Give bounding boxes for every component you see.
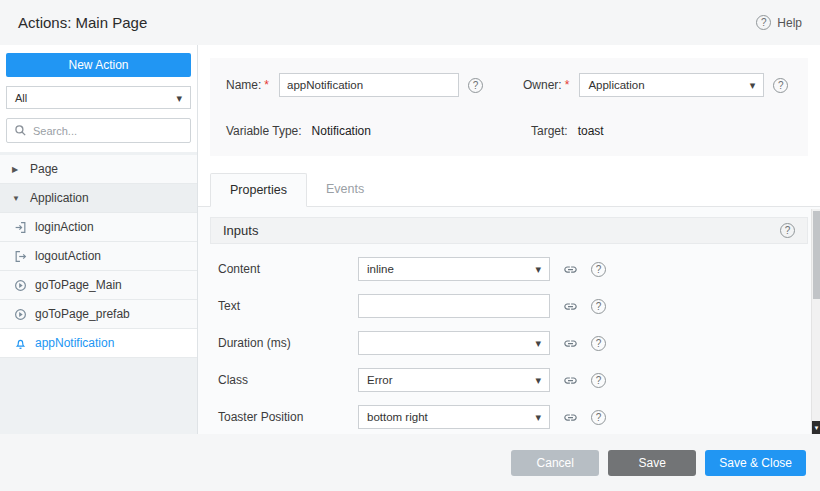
class-select[interactable]: Error: [358, 368, 550, 392]
tree-item-appnotification[interactable]: appNotification: [0, 329, 197, 358]
bind-variable-icon[interactable]: [563, 299, 578, 314]
chevron-down-icon: [535, 411, 541, 423]
bind-variable-icon[interactable]: [563, 262, 578, 277]
bind-variable-icon[interactable]: [563, 410, 578, 425]
name-owner-row: Name: * Owner: * Application: [226, 73, 792, 97]
actions-tree: Page Application loginAction logout: [0, 155, 197, 358]
tab-properties[interactable]: Properties: [210, 173, 307, 207]
tree-item-gotopage-prefab[interactable]: goToPage_prefab: [0, 300, 197, 329]
required-marker: *: [565, 78, 570, 92]
properties-pane: Inputs Content inline Text: [198, 207, 820, 434]
detail-tabs: Properties Events: [198, 173, 820, 207]
page-title: Actions: Main Page: [18, 14, 147, 31]
select-value: bottom right: [367, 411, 428, 423]
help-icon[interactable]: [591, 299, 606, 314]
field-label: Duration (ms): [218, 336, 358, 350]
input-row-duration: Duration (ms): [210, 331, 808, 355]
action-detail-panel: Name: * Owner: * Application: [198, 45, 820, 434]
tree-item-label: Application: [30, 191, 89, 205]
target-label: Target:: [531, 124, 568, 138]
input-row-content: Content inline: [210, 257, 808, 281]
text-input[interactable]: [358, 294, 550, 318]
sidebar-controls: New Action All: [0, 45, 197, 152]
cancel-button[interactable]: Cancel: [511, 450, 599, 476]
target-group: Target: toast: [531, 124, 604, 138]
dialog-footer: Cancel Save Save & Close: [0, 434, 820, 491]
help-icon[interactable]: [591, 262, 606, 277]
scroll-down-arrow-button[interactable]: [812, 421, 820, 434]
help-icon: [756, 15, 771, 30]
login-action-icon: [14, 221, 27, 234]
help-icon[interactable]: [780, 223, 795, 238]
target-value: toast: [578, 124, 604, 138]
inputs-section-header: Inputs: [210, 217, 808, 244]
variable-type-value: Notification: [312, 124, 371, 138]
actions-sidebar: New Action All Page: [0, 45, 198, 434]
content-select[interactable]: inline: [358, 257, 550, 281]
toaster-position-select[interactable]: bottom right: [358, 405, 550, 429]
bind-variable-icon[interactable]: [563, 336, 578, 351]
select-value: Application: [588, 79, 644, 91]
notification-action-icon: [14, 337, 27, 350]
duration-select[interactable]: [358, 331, 550, 355]
tree-item-label: goToPage_Main: [35, 278, 122, 292]
inputs-section-title: Inputs: [223, 223, 258, 238]
chevron-down-icon: [750, 79, 756, 91]
type-target-row: Variable Type: Notification Target: toas…: [226, 124, 792, 138]
tree-group-page[interactable]: Page: [0, 155, 197, 184]
required-marker: *: [264, 78, 269, 92]
filter-value: All: [15, 92, 27, 104]
input-row-text: Text: [210, 294, 808, 318]
help-label: Help: [777, 16, 802, 30]
tree-item-label: Page: [30, 162, 58, 176]
field-label: Text: [218, 299, 358, 313]
dialog-body: New Action All Page: [0, 45, 820, 434]
help-icon[interactable]: [468, 78, 483, 93]
logout-action-icon: [14, 250, 27, 263]
action-type-filter-select[interactable]: All: [6, 86, 191, 109]
field-label: Class: [218, 373, 358, 387]
tree-item-label: goToPage_prefab: [35, 307, 130, 321]
action-summary-card: Name: * Owner: * Application: [210, 58, 808, 156]
help-icon[interactable]: [773, 78, 788, 93]
chevron-right-icon[interactable]: [12, 165, 22, 174]
search-box: [6, 118, 191, 143]
search-icon: [14, 124, 27, 137]
navigation-action-icon: [14, 308, 27, 321]
help-icon[interactable]: [591, 373, 606, 388]
chevron-down-icon[interactable]: [12, 194, 22, 203]
help-icon[interactable]: [591, 410, 606, 425]
owner-group: Owner: * Application: [523, 73, 788, 97]
bind-variable-icon[interactable]: [563, 373, 578, 388]
tree-group-application[interactable]: Application: [0, 184, 197, 213]
tree-item-loginaction[interactable]: loginAction: [0, 213, 197, 242]
new-action-button[interactable]: New Action: [6, 53, 191, 77]
scrollbar-thumb[interactable]: [813, 211, 820, 299]
name-input[interactable]: [279, 73, 459, 97]
variable-type-label: Variable Type:: [226, 124, 302, 138]
save-button[interactable]: Save: [608, 450, 696, 476]
name-label: Name:: [226, 78, 261, 92]
owner-select[interactable]: Application: [579, 73, 764, 97]
chevron-down-icon: [535, 374, 541, 386]
tree-item-gotopage-main[interactable]: goToPage_Main: [0, 271, 197, 300]
owner-label: Owner:: [523, 78, 562, 92]
help-icon[interactable]: [591, 336, 606, 351]
field-label: Content: [218, 262, 358, 276]
tree-item-logoutaction[interactable]: logoutAction: [0, 242, 197, 271]
input-row-toaster-position: Toaster Position bottom right: [210, 405, 808, 429]
help-button[interactable]: Help: [756, 15, 802, 30]
tab-events[interactable]: Events: [307, 173, 383, 207]
dialog-header: Actions: Main Page Help: [0, 0, 820, 45]
vertical-scrollbar[interactable]: [811, 209, 820, 434]
tree-item-label: loginAction: [35, 220, 94, 234]
chevron-down-icon: [176, 92, 182, 104]
select-value: inline: [367, 263, 394, 275]
select-value: Error: [367, 374, 393, 386]
save-and-close-button[interactable]: Save & Close: [705, 450, 806, 476]
tree-item-label: logoutAction: [35, 249, 101, 263]
tree-item-label: appNotification: [35, 336, 114, 350]
actions-dialog: Actions: Main Page Help New Action All: [0, 0, 820, 491]
search-input[interactable]: [33, 125, 183, 137]
input-row-class: Class Error: [210, 368, 808, 392]
